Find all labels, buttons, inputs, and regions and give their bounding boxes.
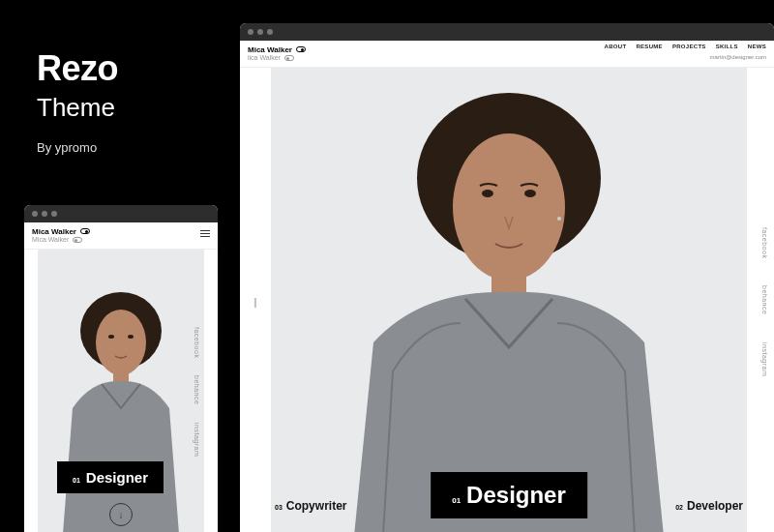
svg-point-6 bbox=[453, 133, 565, 281]
role-label: Designer bbox=[466, 482, 566, 509]
logo-primary-row[interactable]: Mica Walker bbox=[32, 227, 90, 237]
svg-point-9 bbox=[557, 217, 561, 221]
window-dot bbox=[32, 211, 38, 217]
theme-name: Rezo bbox=[37, 48, 118, 89]
logo-text: Mica Walker bbox=[32, 227, 76, 237]
social-link-instagram[interactable]: instagram bbox=[194, 423, 200, 457]
mobile-preview-window: Mica Walker Mica Walker 01 Designer bbox=[24, 205, 218, 532]
theme-toggle-icon[interactable] bbox=[80, 228, 90, 234]
hero-section: 01 Designer ↓ facebook behance instagram bbox=[38, 250, 204, 532]
logo-secondary-row: Mica Walker bbox=[32, 236, 90, 244]
logo-secondary-row: lica Walker bbox=[248, 54, 306, 62]
logo-stack: Mica Walker lica Walker bbox=[248, 45, 306, 63]
svg-point-8 bbox=[524, 190, 536, 197]
svg-point-7 bbox=[482, 190, 493, 197]
theme-author: By ypromo bbox=[37, 140, 118, 155]
nav-skills[interactable]: SKILLS bbox=[716, 44, 738, 49]
svg-point-2 bbox=[108, 335, 114, 339]
contact-email[interactable]: martin@designer.com bbox=[710, 54, 766, 60]
social-link-behance[interactable]: behance bbox=[194, 375, 200, 404]
theme-toggle-icon bbox=[284, 55, 294, 61]
role-label: Copywriter bbox=[286, 499, 347, 513]
nav-about[interactable]: ABOUT bbox=[605, 44, 627, 49]
window-dot bbox=[248, 29, 253, 35]
logo-text-secondary: lica Walker bbox=[248, 54, 281, 62]
theme-toggle-icon bbox=[73, 237, 82, 243]
scroll-down-button[interactable]: ↓ bbox=[109, 503, 133, 526]
window-dot bbox=[51, 211, 57, 217]
logo-primary-row[interactable]: Mica Walker bbox=[248, 45, 306, 55]
logo-stack: Mica Walker Mica Walker bbox=[32, 227, 90, 245]
social-link-instagram[interactable]: instagram bbox=[761, 342, 768, 376]
window-dot bbox=[267, 29, 273, 35]
site-header: Mica Walker Mica Walker bbox=[24, 222, 218, 250]
hamburger-menu-icon[interactable] bbox=[200, 230, 210, 237]
arrow-down-icon: ↓ bbox=[119, 510, 124, 520]
role-badge-main[interactable]: 01 Designer bbox=[57, 461, 164, 493]
person-portrait bbox=[325, 72, 693, 532]
social-link-behance[interactable]: behance bbox=[761, 285, 768, 314]
browser-chrome-bar bbox=[24, 205, 218, 222]
window-dot bbox=[42, 211, 47, 217]
window-dot bbox=[257, 29, 263, 35]
role-badge-main[interactable]: 01 Designer bbox=[431, 472, 587, 518]
browser-chrome-bar bbox=[240, 23, 774, 41]
social-rail: facebook behance instagram bbox=[194, 327, 200, 457]
role-label: Developer bbox=[687, 499, 743, 513]
role-right[interactable]: 02 Developer bbox=[675, 499, 743, 513]
social-link-facebook[interactable]: facebook bbox=[761, 227, 768, 258]
role-number: 01 bbox=[452, 496, 461, 505]
social-link-facebook[interactable]: facebook bbox=[194, 327, 200, 358]
role-number: 03 bbox=[275, 504, 283, 511]
logo-text-secondary: Mica Walker bbox=[32, 236, 69, 244]
logo-text: Mica Walker bbox=[248, 45, 292, 55]
desktop-preview-window: Mica Walker lica Walker ABOUT RESUME PRO… bbox=[240, 23, 774, 532]
svg-point-3 bbox=[128, 335, 134, 339]
nav-links: ABOUT RESUME PROJECTS SKILLS NEWS bbox=[605, 44, 766, 49]
site-header: Mica Walker lica Walker ABOUT RESUME PRO… bbox=[240, 41, 774, 68]
svg-point-1 bbox=[96, 310, 146, 375]
role-number: 01 bbox=[73, 477, 80, 484]
hero-section: 03 Copywriter 01 Designer 02 Developer bbox=[271, 68, 747, 532]
nav-resume[interactable]: RESUME bbox=[636, 44, 662, 49]
drag-handle-icon[interactable]: ||| bbox=[253, 297, 255, 308]
role-left[interactable]: 03 Copywriter bbox=[275, 499, 346, 513]
theme-subtitle: Theme bbox=[37, 93, 118, 123]
role-number: 02 bbox=[675, 504, 683, 511]
nav-news[interactable]: NEWS bbox=[748, 44, 766, 49]
theme-title-block: Rezo Theme By ypromo bbox=[37, 48, 118, 155]
nav-projects[interactable]: PROJECTS bbox=[672, 44, 706, 49]
role-label: Designer bbox=[86, 469, 148, 486]
theme-toggle-icon[interactable] bbox=[296, 46, 306, 52]
social-rail: facebook behance instagram bbox=[761, 227, 768, 376]
